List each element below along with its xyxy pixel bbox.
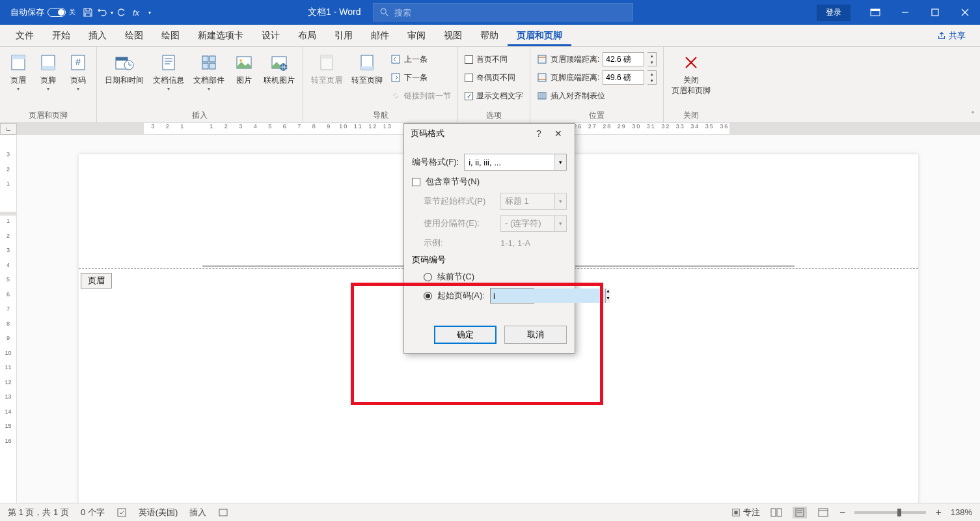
focus-mode[interactable]: 专注 <box>731 507 760 518</box>
svg-rect-26 <box>210 63 215 69</box>
include-chapter-checkbox[interactable] <box>412 178 420 186</box>
dialog-help-icon[interactable]: ? <box>529 128 549 139</box>
zoom-in-icon[interactable]: + <box>935 507 941 518</box>
docinfo-button[interactable]: 文档信息▾ <box>149 49 188 95</box>
headertop-input[interactable] <box>603 52 644 66</box>
svg-rect-15 <box>116 57 128 61</box>
firstpage-checkbox[interactable]: 首页不同 <box>462 51 526 68</box>
search-input[interactable] <box>394 8 626 18</box>
insert-mode[interactable]: 插入 <box>189 507 206 518</box>
close-icon[interactable] <box>950 0 980 25</box>
startat-spinner[interactable]: ▲▼ <box>490 288 534 303</box>
picture-button[interactable]: 图片 <box>230 49 258 89</box>
svg-point-0 <box>381 8 386 14</box>
qat-more-icon[interactable]: ▾ <box>144 10 155 16</box>
dialog-close-icon[interactable]: ✕ <box>549 128 568 139</box>
tab-selector[interactable]: ∟ <box>0 123 17 135</box>
tab-design[interactable]: 设计 <box>252 25 289 46</box>
gotofooter-button[interactable]: 转至页脚 <box>347 49 387 89</box>
continue-radio[interactable] <box>424 273 432 281</box>
search-icon <box>380 8 389 17</box>
separator-value: - (连字符) <box>505 218 541 229</box>
dialog-titlebar[interactable]: 页码格式 ? ✕ <box>404 124 575 143</box>
insert-tab-button[interactable]: 插入对齐制表位 <box>534 87 659 104</box>
save-icon[interactable] <box>82 7 94 18</box>
ribbon: 页眉▾ 页脚▾ #页码▾ 页眉和页脚 日期和时间 文档信息▾ 文档部件▾ 图片 … <box>0 47 980 123</box>
zoom-slider[interactable] <box>854 511 926 514</box>
gotoheader-label: 转至页眉 <box>311 76 342 86</box>
oddeven-checkbox[interactable]: 奇偶页不同 <box>462 69 526 86</box>
spin-up-icon[interactable]: ▲ <box>606 289 610 296</box>
cancel-button[interactable]: 取消 <box>504 326 567 344</box>
showtext-checkbox[interactable]: 显示文档文字 <box>462 87 526 104</box>
print-layout-icon[interactable] <box>793 507 807 518</box>
svg-rect-32 <box>321 55 333 59</box>
tab-draw[interactable]: 绘图 <box>116 25 152 46</box>
vertical-ruler[interactable]: 32112345678910111213141516 <box>0 135 17 503</box>
web-layout-icon[interactable] <box>816 507 830 518</box>
autosave-toggle[interactable]: 自动保存 关 <box>7 5 79 20</box>
tab-newtab[interactable]: 新建选项卡 <box>189 25 252 46</box>
read-view-icon[interactable] <box>769 507 783 518</box>
docparts-button[interactable]: 文档部件▾ <box>189 49 228 95</box>
gotofooter-label: 转至页脚 <box>351 76 383 86</box>
undo-icon[interactable] <box>96 7 108 18</box>
numformat-select[interactable]: i, ii, iii, ...▾ <box>464 154 567 171</box>
chevron-down-icon: ▾ <box>554 193 566 209</box>
spellcheck-icon[interactable] <box>116 507 127 518</box>
zoom-out-icon[interactable]: − <box>839 507 845 518</box>
tab-mailings[interactable]: 邮件 <box>362 25 398 46</box>
maximize-icon[interactable] <box>920 0 950 25</box>
tab-layout[interactable]: 布局 <box>289 25 325 46</box>
footer-label: 页脚 <box>40 76 56 86</box>
prev-label: 上一条 <box>404 54 428 65</box>
undo-dropdown-icon[interactable]: ▾ <box>111 10 113 16</box>
next-button[interactable]: 下一条 <box>388 69 454 86</box>
page-indicator[interactable]: 第 1 页，共 1 页 <box>8 507 69 518</box>
collapse-ribbon-icon[interactable]: ˄ <box>971 111 975 120</box>
tab-help[interactable]: 帮助 <box>471 25 508 46</box>
share-button[interactable]: 共享 <box>931 25 972 46</box>
footer-button[interactable]: 页脚▾ <box>34 49 62 95</box>
tab-home[interactable]: 开始 <box>43 25 79 46</box>
datetime-button[interactable]: 日期和时间 <box>101 49 148 89</box>
spinner[interactable]: ▲▼ <box>647 70 657 85</box>
search-box[interactable] <box>373 3 633 21</box>
login-button[interactable]: 登录 <box>817 5 851 21</box>
startat-label: 起始页码(A): <box>437 290 485 302</box>
zoom-level[interactable]: 138% <box>951 507 972 517</box>
pagenum-button[interactable]: #页码▾ <box>64 49 92 95</box>
tab-insert[interactable]: 插入 <box>79 25 116 46</box>
prev-button[interactable]: 上一条 <box>388 51 454 68</box>
tab-view[interactable]: 视图 <box>435 25 471 46</box>
onlinepic-button[interactable]: 联机图片 <box>260 49 299 89</box>
tab-file[interactable]: 文件 <box>7 25 43 46</box>
spinner[interactable]: ▲▼ <box>647 52 657 66</box>
tab-draw2[interactable]: 绘图 <box>152 25 189 46</box>
language-indicator[interactable]: 英语(美国) <box>139 507 178 518</box>
startat-input[interactable] <box>491 289 605 303</box>
footerbottom-input[interactable] <box>603 70 644 85</box>
word-count[interactable]: 0 个字 <box>81 507 105 518</box>
macro-icon[interactable] <box>218 507 228 518</box>
redo-icon[interactable] <box>116 7 128 18</box>
startat-radio[interactable] <box>424 292 432 300</box>
tab-header-footer[interactable]: 页眉和页脚 <box>508 25 571 46</box>
focus-label: 专注 <box>743 507 760 518</box>
ribbon-display-icon[interactable] <box>860 0 890 25</box>
svg-rect-3 <box>871 9 880 11</box>
close-headerfooter-button[interactable]: 关闭页眉和页脚 <box>668 49 715 98</box>
fx-icon[interactable]: fx <box>130 7 142 18</box>
include-chapter-label: 包含章节号(N) <box>426 176 480 188</box>
header-button[interactable]: 页眉▾ <box>4 49 33 95</box>
tab-icon <box>537 91 547 101</box>
page-numbering-legend: 页码编号 <box>412 254 450 266</box>
minimize-icon[interactable] <box>890 0 920 25</box>
tab-review[interactable]: 审阅 <box>398 25 435 46</box>
oddeven-label: 奇偶页不同 <box>476 72 515 83</box>
tab-references[interactable]: 引用 <box>325 25 362 46</box>
example-value: 1-1, 1-A <box>500 238 530 248</box>
spin-down-icon[interactable]: ▼ <box>606 296 610 303</box>
separator-label: 使用分隔符(E): <box>424 218 495 229</box>
ok-button[interactable]: 确定 <box>434 326 497 344</box>
